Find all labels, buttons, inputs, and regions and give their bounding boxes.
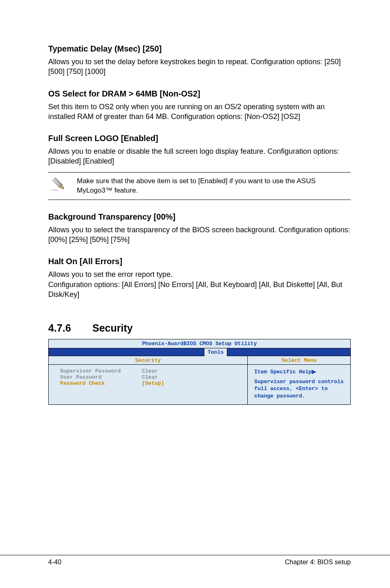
pencil-icon — [48, 176, 77, 194]
bios-help-body: Supervisor password controls full access… — [254, 378, 345, 400]
heading-logo: Full Screen LOGO [Enabled] — [48, 134, 351, 143]
page-footer: 4-40 Chapter 4: BIOS setup — [0, 555, 390, 566]
bios-left-header: Security — [49, 356, 247, 365]
heading-halt: Halt On [All Errors] — [48, 257, 351, 266]
chapter-label: Chapter 4: BIOS setup — [285, 559, 351, 566]
section-heading-security: 4.7.6Security — [48, 322, 351, 334]
heading-os-select: OS Select for DRAM > 64MB [Non-OS2] — [48, 89, 351, 99]
bios-tab-tools: Tools — [204, 348, 227, 356]
note-text: Make sure that the above item is set to … — [77, 176, 351, 195]
triangle-right-icon: ▶ — [312, 368, 316, 375]
bios-row-value: [Setup] — [142, 380, 164, 386]
para-typematic: Allows you to set the delay before keyst… — [48, 57, 351, 77]
para-bg: Allows you to select the transparency of… — [48, 225, 351, 245]
bios-row-value: Clear — [142, 368, 158, 374]
note-block: Make sure that the above item is set to … — [48, 172, 351, 200]
bios-screenshot: Phoenix-AwardBIOS CMOS Setup Utility Too… — [48, 339, 351, 405]
para-os-select: Set this item to OS2 only when you are r… — [48, 102, 351, 122]
para-halt: Allows you to set the error report type.… — [48, 269, 351, 299]
bios-help-title: Item Specific Help▶ — [254, 368, 345, 376]
heading-typematic: Typematic Delay (Msec) [250] — [48, 44, 351, 54]
bios-title: Phoenix-AwardBIOS CMOS Setup Utility — [49, 339, 350, 348]
para-logo: Allows you to enable or disable the full… — [48, 146, 351, 166]
bios-tabbar: Tools — [49, 348, 350, 356]
heading-bg: Background Transparency [00%] — [48, 212, 351, 222]
section-number: 4.7.6 — [48, 322, 92, 334]
page-number: 4-40 — [48, 559, 61, 566]
bios-row-label: User Password — [60, 374, 142, 380]
bios-row-label: Password Check — [60, 380, 142, 386]
bios-right-header: Select Menu — [248, 356, 350, 365]
svg-point-3 — [51, 189, 59, 191]
bios-row-label: Supervisor Password — [60, 368, 142, 374]
section-title: Security — [92, 322, 133, 334]
bios-left-body: Supervisor PasswordClear User PasswordCl… — [49, 365, 247, 397]
bios-row-value: Clear — [142, 374, 158, 380]
